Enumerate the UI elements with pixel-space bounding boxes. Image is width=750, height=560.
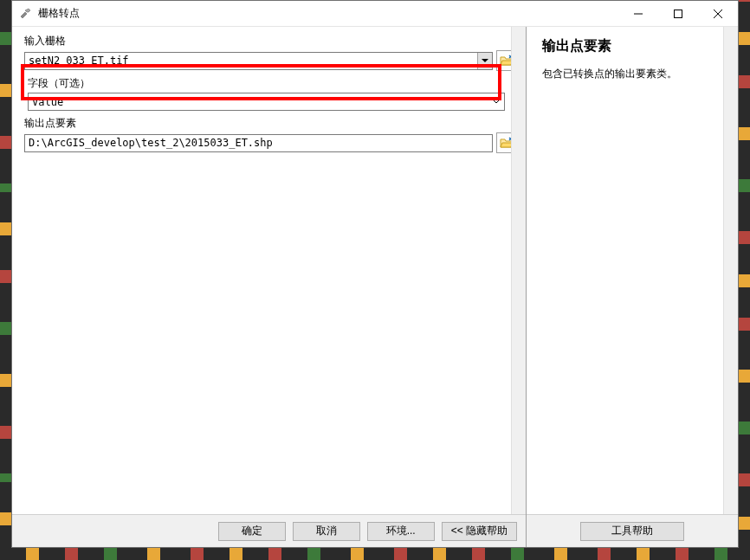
dialog-window: 栅格转点 输入栅格 setN2_033_ET.tif (11, 0, 739, 548)
cancel-button[interactable]: 取消 (293, 522, 360, 541)
field-select-value: Value (32, 96, 63, 108)
bg-strip-left (0, 0, 12, 560)
help-button-bar: 工具帮助 (527, 514, 738, 547)
help-content: 输出点要素 包含已转换点的输出要素类。 (527, 27, 738, 514)
input-raster-row: setN2_033_ET.tif (24, 50, 517, 71)
tool-help-button[interactable]: 工具帮助 (580, 522, 684, 541)
bg-strip-bottom (0, 547, 750, 560)
output-point-group: 输出点要素 D:\ArcGIS_develop\test_2\2015033_E… (24, 116, 517, 153)
input-raster-dropdown[interactable] (477, 53, 492, 69)
button-bar: 确定 取消 环境... << 隐藏帮助 (12, 514, 526, 547)
input-raster-group: 输入栅格 setN2_033_ET.tif (24, 34, 517, 71)
help-text: 包含已转换点的输出要素类。 (542, 66, 722, 82)
window-title: 栅格转点 (38, 6, 618, 21)
hide-help-button[interactable]: << 隐藏帮助 (442, 522, 517, 541)
hammer-icon (19, 7, 33, 21)
field-group: 字段（可选） Value (24, 76, 517, 111)
field-select-dropdown[interactable] (488, 94, 503, 109)
bg-strip-right (738, 0, 750, 560)
minimize-button[interactable] (618, 1, 658, 27)
output-point-row: D:\ArcGIS_develop\test_2\2015033_ET.shp (24, 132, 517, 153)
output-point-value: D:\ArcGIS_develop\test_2\2015033_ET.shp (29, 137, 273, 149)
ok-button[interactable]: 确定 (218, 522, 286, 541)
field-label: 字段（可选） (28, 76, 505, 91)
environments-button[interactable]: 环境... (367, 522, 435, 541)
window-controls (618, 1, 738, 26)
main-panel: 输入栅格 setN2_033_ET.tif (12, 27, 527, 547)
form-area: 输入栅格 setN2_033_ET.tif (12, 27, 526, 514)
help-panel: 输出点要素 包含已转换点的输出要素类。 工具帮助 (527, 27, 738, 547)
titlebar: 栅格转点 (12, 1, 738, 27)
help-scrollbar[interactable] (723, 27, 738, 514)
maximize-button[interactable] (658, 1, 698, 27)
close-button[interactable] (698, 1, 738, 27)
chevron-down-icon (482, 59, 488, 62)
output-point-label: 输出点要素 (24, 116, 517, 131)
svg-rect-1 (675, 10, 682, 18)
input-raster-combo[interactable]: setN2_033_ET.tif (24, 52, 493, 70)
output-point-input[interactable]: D:\ArcGIS_develop\test_2\2015033_ET.shp (24, 134, 493, 152)
input-raster-label: 输入栅格 (24, 34, 517, 48)
field-select[interactable]: Value (28, 93, 505, 111)
chevron-down-icon (493, 100, 500, 104)
content-area: 输入栅格 setN2_033_ET.tif (12, 27, 738, 547)
main-scrollbar[interactable] (511, 27, 526, 514)
help-title: 输出点要素 (542, 37, 722, 55)
input-raster-value: setN2_033_ET.tif (29, 55, 129, 67)
